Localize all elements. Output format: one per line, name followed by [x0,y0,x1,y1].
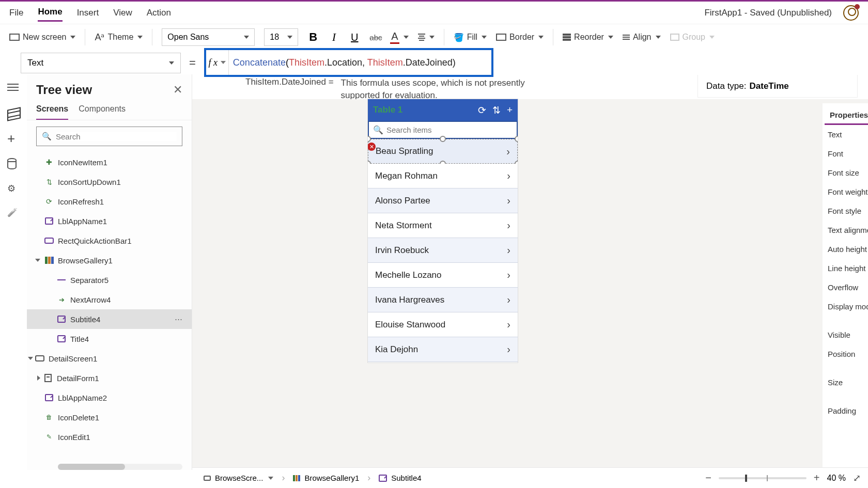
fx-button[interactable]: f x [206,50,229,75]
bold-button[interactable]: B [307,30,319,44]
reorder-button[interactable]: Reorder [563,33,613,42]
tree-hscroll[interactable] [58,464,182,470]
strikethrough-button[interactable]: abc [369,33,381,42]
prop-auto-height[interactable]: Auto height [823,240,868,259]
chevron-right-icon[interactable]: › [507,319,510,330]
text-align-button[interactable] [418,34,435,41]
chevron-right-icon[interactable]: › [507,219,510,231]
gallery-row[interactable]: Neta Storment› [368,213,518,238]
gallery-row[interactable]: Alonso Partee› [368,188,518,213]
menu-insert[interactable]: Insert [77,5,99,21]
property-select[interactable]: Text [21,53,181,73]
tree-item-detailscreen1[interactable]: DetailScreen1 [27,349,192,368]
prop-padding[interactable]: Padding [823,401,868,420]
more-icon[interactable]: ⋯ [175,314,183,324]
canvas[interactable]: Table 1 ⟳ ⇅ + 🔍 ✕ Beau Spratling › Megan… [192,99,868,470]
breadcrumb-subtitle4[interactable]: Subtitle4 [375,471,425,484]
fullscreen-button[interactable]: ⤢ [853,473,861,484]
gallery-row[interactable]: Megan Rohman› [368,164,518,188]
tree-item-detailform1[interactable]: DetailForm1 [27,368,192,388]
chevron-right-icon[interactable]: › [506,146,510,158]
prop-font-weight[interactable]: Font weight [823,182,868,201]
fill-button[interactable]: 🪣 Fill [454,33,487,42]
menu-file[interactable]: File [9,5,23,21]
prop-text[interactable]: Text [823,125,868,144]
gallery-row[interactable]: Kia Dejohn› [368,337,518,362]
prop-display-mode[interactable]: Display mode [823,297,868,316]
breadcrumb-browsegallery[interactable]: BrowseGallery1 [289,471,363,484]
data-icon[interactable] [7,158,20,169]
tree-item-browsegallery1[interactable]: BrowseGallery1 [27,250,192,270]
gallery-row[interactable]: Irvin Roebuck› [368,238,518,263]
advanced-tools-icon[interactable] [7,183,20,194]
tree-item-iconnewitem1[interactable]: ✚IconNewItem1 [27,152,192,172]
prop-font[interactable]: Font [823,144,868,163]
gallery-row[interactable]: Elouise Stanwood› [368,312,518,337]
prop-font-style[interactable]: Font style [823,201,868,221]
tree-item-icondelete1[interactable]: 🗑IconDelete1 [27,407,192,427]
prop-overflow[interactable]: Overflow [823,278,868,297]
tab-components[interactable]: Components [79,101,126,120]
chevron-right-icon[interactable]: › [507,294,510,306]
chevron-right-icon[interactable]: › [507,244,510,256]
tree-view-panel: Tree view ✕ Screens Components 🔍 ✚IconNe… [27,74,192,470]
prop-position[interactable]: Position [823,344,868,364]
font-select[interactable]: Open Sans [162,28,255,46]
font-color-button[interactable]: A [390,30,408,44]
chevron-right-icon[interactable]: › [507,195,510,207]
phone-search-field[interactable] [386,125,513,134]
hamburger-icon[interactable] [7,84,20,95]
menu-action[interactable]: Action [147,5,171,21]
tree-item-iconedit1[interactable]: ✎IconEdit1 [27,427,192,447]
breadcrumb-browsescreen[interactable]: BrowseScre... [199,471,277,484]
tree-item-separator5[interactable]: Separator5 [27,270,192,290]
experimental-icon[interactable] [7,208,20,219]
zoom-in-button[interactable]: + [814,472,820,484]
tree-item-nextarrow4[interactable]: ➔NextArrow4 [27,290,192,309]
menu-home[interactable]: Home [38,4,62,22]
tree-view-icon[interactable] [7,108,20,120]
sort-icon[interactable]: ⇅ [492,104,501,116]
tree-search-field[interactable] [56,132,177,141]
formula-error-message: This formula uses scope, which is not pr… [341,77,563,102]
close-panel-button[interactable]: ✕ [173,83,182,97]
gallery-row[interactable]: Tamica Trickett› [368,362,518,363]
gallery-row[interactable]: Mechelle Lozano› [368,263,518,288]
tree-item-lblappname1[interactable]: LblAppName1 [27,211,192,231]
tree-item-subtitle4[interactable]: Subtitle4⋯ [27,309,192,329]
tree-item-lblappname2[interactable]: LblAppName2 [27,388,192,407]
insert-icon[interactable]: + [7,133,20,145]
tree-item-iconsortupdown1[interactable]: ⇅IconSortUpDown1 [27,172,192,192]
theme-button[interactable]: Aᵃ Theme [95,32,143,43]
formula-input[interactable]: Concatenate(ThisItem.Location, ThisItem.… [229,57,491,68]
prop-size[interactable]: Size [823,373,868,392]
chevron-right-icon[interactable]: › [507,269,510,281]
tree-item-iconrefresh1[interactable]: ⟳IconRefresh1 [27,192,192,211]
menu-view[interactable]: View [113,5,132,21]
tree-item-rectquickactionbar1[interactable]: RectQuickActionBar1 [27,231,192,250]
zoom-out-button[interactable]: − [705,472,711,484]
chevron-right-icon[interactable]: › [507,343,510,355]
prop-text-alignment[interactable]: Text alignme [823,221,868,240]
align-button[interactable]: Align [623,33,661,42]
font-size-select[interactable]: 18 [264,28,298,46]
border-button[interactable]: Border [496,33,544,42]
properties-tab[interactable]: Properties [825,107,868,125]
zoom-slider[interactable] [719,477,807,479]
app-title: FirstApp1 - Saved (Unpublished) [704,8,832,18]
prop-visible[interactable]: Visible [823,325,868,344]
tree-item-title4[interactable]: Title4 [27,329,192,349]
italic-button[interactable]: I [328,30,339,44]
account-icon[interactable] [843,5,859,21]
tree-search[interactable]: 🔍 [36,127,182,146]
gallery-row-selected[interactable]: ✕ Beau Spratling › [368,139,518,164]
chevron-right-icon[interactable]: › [507,170,510,182]
gallery-row[interactable]: Ivana Hargreaves› [368,288,518,312]
prop-font-size[interactable]: Font size [823,163,868,182]
underline-button[interactable]: U [349,32,360,43]
add-icon[interactable]: + [507,104,513,116]
new-screen-button[interactable]: New screen [9,33,75,42]
prop-line-height[interactable]: Line height [823,259,868,278]
refresh-icon[interactable]: ⟳ [478,104,486,116]
tab-screens[interactable]: Screens [36,101,68,120]
